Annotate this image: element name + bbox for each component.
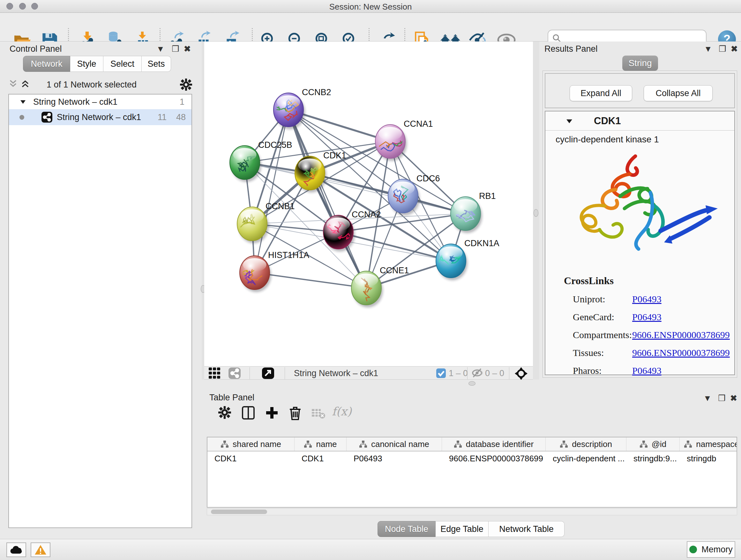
column-header-database-identifier[interactable]: database identifier [442, 437, 546, 451]
network-edge[interactable] [338, 232, 451, 261]
tab-sets[interactable]: Sets [142, 56, 171, 72]
network-edge[interactable] [288, 110, 366, 288]
panel-menu-icon[interactable]: ▼ [703, 393, 712, 403]
title-bar: Session: New Session [0, 0, 741, 13]
collapse-all-button[interactable]: Collapse All [644, 85, 713, 101]
network-graph[interactable]: CCNB2CCNA1CDC25BCDK1CDC6RB1CCNB1CCNA2CDK… [204, 42, 533, 366]
fit-target-icon[interactable] [515, 367, 528, 381]
network-node-CCNA1[interactable]: CCNA1 [370, 119, 433, 161]
crosslink-link[interactable]: P06493 [632, 365, 662, 376]
cloud-button[interactable] [6, 543, 26, 557]
crosslink-link[interactable]: P06493 [632, 294, 662, 305]
table-cell[interactable]: CDK1 [294, 451, 347, 465]
panel-float-icon[interactable]: ❒ [172, 44, 179, 54]
table-cell[interactable]: cyclin-dependent ... [546, 451, 626, 465]
left-splitter[interactable] [202, 42, 204, 380]
tab-network[interactable]: Network [23, 56, 70, 72]
string-results-container: Expand All Collapse All CDK1 cyclin-depe… [542, 71, 737, 378]
network-node-RB1[interactable]: RB1 [451, 191, 496, 233]
crosslink-label: GeneCard: [573, 312, 632, 322]
tab-style[interactable]: Style [70, 56, 104, 72]
column-header-namespace[interactable]: namespace [680, 437, 737, 451]
network-node-HIST1H1A[interactable]: HIST1H1A [240, 250, 309, 292]
panel-menu-icon[interactable]: ▼ [704, 44, 712, 54]
column-header-name[interactable]: name [294, 437, 347, 451]
crosslink-link[interactable]: P06493 [632, 312, 662, 322]
network-collection-row[interactable]: String Network – cdk1 1 [9, 95, 192, 109]
selected-checkbox-icon[interactable] [436, 368, 446, 379]
network-view[interactable]: CCNB2CCNA1CDC25BCDK1CDC6RB1CCNB1CCNA2CDK… [204, 42, 533, 366]
network-list: String Network – cdk1 1 String Network –… [8, 94, 192, 528]
node-label-CDC25B: CDC25B [258, 140, 292, 150]
network-edge[interactable] [255, 273, 366, 288]
network-node-CDKN1A[interactable]: CDKN1A [436, 239, 499, 280]
node-label-CCNA1: CCNA1 [404, 119, 433, 129]
panel-close-icon[interactable]: ✖ [184, 44, 191, 54]
network-node-CDC6[interactable]: CDC6 [388, 174, 440, 215]
network-node-CDC25B[interactable]: CDC25B [230, 140, 292, 182]
memory-button[interactable]: Memory [687, 541, 735, 558]
share-view-icon[interactable] [228, 368, 241, 380]
gene-section-header[interactable]: CDK1 [545, 111, 734, 131]
expand-collapse-box: Expand All Collapse All [545, 73, 735, 108]
panel-close-icon[interactable]: ✖ [730, 393, 737, 403]
crosslink-link[interactable]: 9606.ENSP00000378699 [632, 329, 730, 340]
tab-node-table[interactable]: Node Table [378, 521, 435, 537]
crosslinks-rows: Uniprot:P06493GeneCard:P06493Compartment… [545, 294, 733, 376]
table-header-row: shared namenamecanonical namedatabase id… [207, 437, 737, 451]
delete-column-icon[interactable] [289, 406, 301, 422]
add-column-icon[interactable] [266, 406, 278, 421]
toolbar-separator [285, 367, 285, 379]
collapse-triangle-icon[interactable] [566, 118, 573, 124]
panel-close-icon[interactable]: ✖ [731, 44, 738, 54]
table-cell[interactable]: stringdb:9... [626, 451, 680, 465]
expand-all-button[interactable]: Expand All [569, 85, 632, 101]
network-row-selected[interactable]: String Network – cdk1 11 48 [9, 109, 192, 125]
hidden-eye-slash-icon[interactable] [472, 368, 483, 379]
gene-section: CDK1 cyclin-dependent kinase 1 [545, 111, 735, 375]
crosslinks-title: CrossLinks [564, 275, 733, 287]
column-header-canonical-name[interactable]: canonical name [347, 437, 442, 451]
right-splitter-handle[interactable] [534, 209, 538, 217]
table-cell[interactable]: CDK1 [207, 451, 294, 465]
table-gear-icon[interactable] [218, 406, 231, 420]
open-in-window-icon[interactable] [262, 368, 274, 380]
crosslink-link[interactable]: 9606.ENSP00000378699 [632, 348, 730, 358]
panel-menu-icon[interactable]: ▼ [156, 44, 165, 54]
column-header-shared-name[interactable]: shared name [207, 437, 294, 451]
panel-float-icon[interactable]: ❒ [718, 393, 725, 403]
warning-button[interactable] [30, 543, 51, 557]
table-row[interactable]: CDK1CDK1P064939606.ENSP00000378699cyclin… [207, 451, 737, 465]
select-columns-icon[interactable] [242, 406, 255, 421]
column-header-description[interactable]: description [546, 437, 626, 451]
bottom-splitter-handle[interactable] [468, 381, 475, 386]
panel-float-icon[interactable]: ❒ [719, 44, 726, 54]
control-panel-tabs: Network Style Select Sets [23, 56, 171, 72]
function-builder-icon-disabled: f(x) [332, 405, 352, 418]
table-horizontal-scrollbar[interactable] [207, 508, 737, 515]
warning-icon [34, 544, 47, 555]
scrollbar-thumb[interactable] [211, 509, 267, 514]
grid-view-icon[interactable] [209, 368, 221, 380]
tab-select[interactable]: Select [104, 56, 142, 72]
network-row-label: String Network – cdk1 [57, 112, 141, 122]
table-cell[interactable]: P06493 [347, 451, 442, 465]
network-node-CCNE1[interactable]: CCNE1 [351, 266, 409, 307]
table-cell[interactable]: 9606.ENSP00000378699 [442, 451, 546, 465]
gear-icon[interactable] [180, 78, 192, 91]
collapse-triangle-icon[interactable] [20, 99, 26, 105]
tab-edge-table[interactable]: Edge Table [435, 521, 488, 537]
crosslink-row: Compartments:9606.ENSP00000378699 [573, 329, 733, 340]
table-tabs: Node Table Edge Table Network Table [378, 521, 564, 537]
control-panel: Control Panel ▼ ❒ ✖ Network Style Select… [3, 42, 202, 539]
application-window: Session: New Session [0, 0, 741, 560]
network-node-CDK1[interactable]: CDK1 [295, 151, 346, 192]
network-node-CCNB2[interactable]: CCNB2 [270, 87, 331, 129]
column-header--id[interactable]: @id [626, 437, 680, 451]
tab-string[interactable]: String [622, 56, 658, 71]
table-cell[interactable]: stringdb [680, 451, 737, 465]
results-panel-title: Results Panel [544, 44, 598, 54]
selected-count: 1 – 0 [449, 368, 468, 379]
tab-network-table[interactable]: Network Table [488, 521, 564, 537]
table-panel-title: Table Panel [209, 393, 254, 402]
